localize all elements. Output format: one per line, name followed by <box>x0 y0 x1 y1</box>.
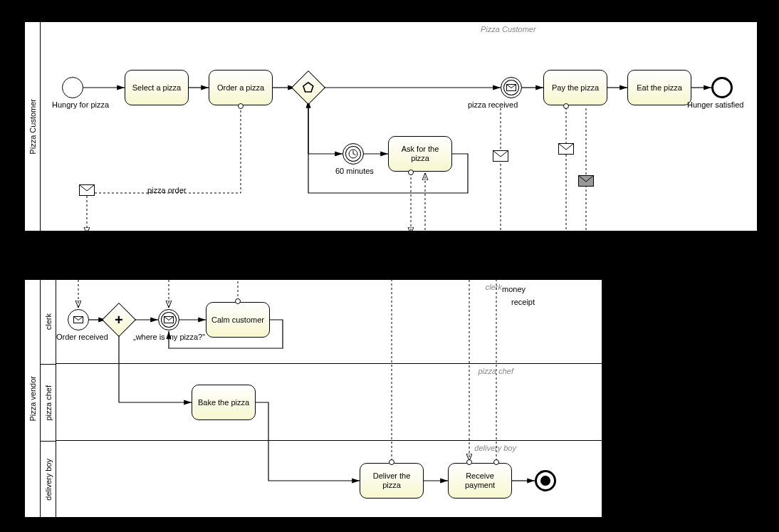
flows-customer <box>41 22 758 232</box>
message-send-marker-order <box>238 103 244 109</box>
start-event-order-received[interactable] <box>68 309 89 330</box>
task-receive-payment-label: Receive payment <box>451 471 508 489</box>
envelope-icon-small <box>73 316 83 323</box>
lane-area-customer: Hungry for pizza Select a pizza Order a … <box>41 22 757 231</box>
envelope-icon-order <box>79 184 95 196</box>
task-eat-pizza-label: Eat the pizza <box>637 83 682 93</box>
pool-header-customer: Pizza Customer <box>25 22 41 231</box>
task-order-pizza-label: Order a pizza <box>217 83 264 93</box>
plus-icon: + <box>115 313 123 327</box>
label-60min: 60 minutes <box>335 167 374 175</box>
message-marker-receipt-out <box>493 459 499 465</box>
label-pizza-received: pizza received <box>468 100 518 109</box>
pool-title-customer: Pizza Customer <box>28 99 37 155</box>
message-send-marker-ask <box>408 169 414 175</box>
diagram-stage: Pizza Customer Pizza Customer <box>0 0 779 532</box>
timer-event-60min[interactable] <box>343 143 364 165</box>
pool-header-vendor: Pizza vendor <box>25 280 41 517</box>
envelope-icon <box>506 84 516 91</box>
end-event-satisfied[interactable] <box>711 77 733 98</box>
label-pizza-order: pizza order <box>147 186 186 194</box>
pool-vendor[interactable]: Pizza vendor clerk pizza chef delivery b… <box>24 279 602 518</box>
message-marker-calm <box>235 298 241 304</box>
task-select-pizza-label: Select a pizza <box>132 83 181 93</box>
task-ask-pizza[interactable]: Ask for the pizza <box>388 136 452 172</box>
lane-area-vendor: clerk pizza chef delivery boy clerk pizz… <box>41 280 602 517</box>
task-bake-pizza-label: Bake the pizza <box>198 398 249 407</box>
envelope-icon-small-2 <box>164 316 174 323</box>
pool-customer[interactable]: Pizza Customer Pizza Customer <box>24 21 758 231</box>
envelope-icon-pizza <box>493 150 508 162</box>
pentagon-icon: ⬠ <box>303 81 314 94</box>
label-hungry: Hungry for pizza <box>52 100 109 109</box>
svg-line-10 <box>353 154 356 155</box>
start-event-hungry[interactable] <box>62 77 83 98</box>
task-deliver-pizza[interactable]: Deliver the pizza <box>360 463 424 499</box>
task-deliver-pizza-label: Deliver the pizza <box>363 471 420 489</box>
task-order-pizza[interactable]: Order a pizza <box>209 70 273 105</box>
pool-title-vendor: Pizza vendor <box>28 376 37 422</box>
task-receive-payment[interactable]: Receive payment <box>448 463 512 499</box>
task-calm-customer-label: Calm customer <box>211 315 264 325</box>
event-pizza-received[interactable] <box>501 77 522 98</box>
message-marker-deliver <box>389 459 394 465</box>
label-receipt-flow: receipt <box>511 298 535 306</box>
message-marker-money-in <box>466 459 472 465</box>
task-bake-pizza[interactable]: Bake the pizza <box>192 385 256 420</box>
label-pizza-flow: pizza <box>423 267 442 276</box>
task-ask-pizza-label: Ask for the pizza <box>392 145 449 162</box>
label-where-is-my-pizza: „where is my pizza?" <box>133 333 205 341</box>
clock-icon <box>347 148 359 160</box>
event-where-is-my-pizza[interactable] <box>158 309 179 330</box>
envelope-icon-receipt <box>578 175 594 187</box>
task-pay-pizza[interactable]: Pay the pizza <box>543 70 607 105</box>
task-calm-customer[interactable]: Calm customer <box>206 302 270 338</box>
message-marker-pay <box>563 103 569 109</box>
task-pay-pizza-label: Pay the pizza <box>552 83 599 93</box>
task-eat-pizza[interactable]: Eat the pizza <box>627 70 691 105</box>
label-satisfied: Hunger satisfied <box>687 100 744 109</box>
end-event-terminate[interactable] <box>535 470 556 491</box>
task-select-pizza[interactable]: Select a pizza <box>125 70 189 105</box>
label-money-flow: money <box>502 285 526 293</box>
envelope-icon-money <box>558 143 574 155</box>
label-order-received: Order received <box>56 333 108 341</box>
